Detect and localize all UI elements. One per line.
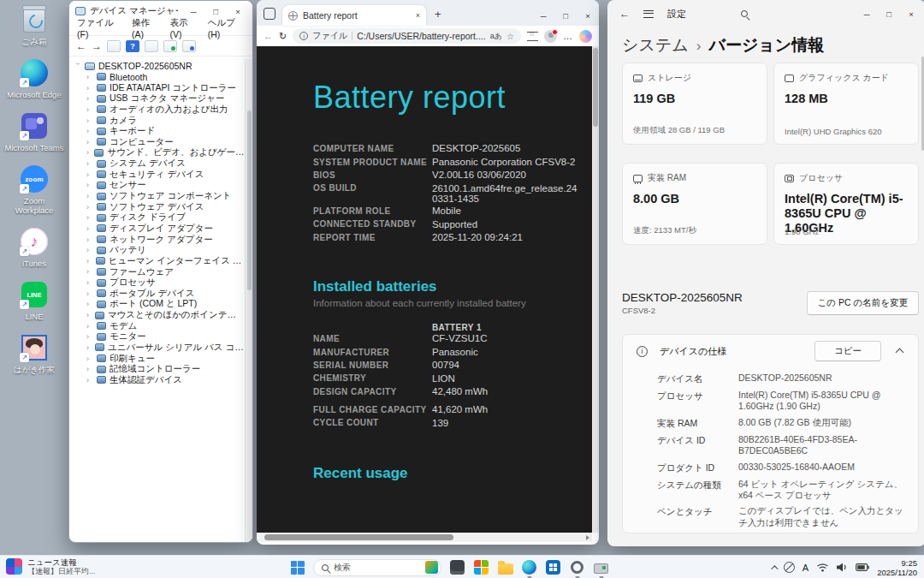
desktop-icon-itunes[interactable]: ♪↗ iTunes [3, 227, 65, 268]
maximize-button[interactable]: □ [204, 7, 227, 16]
menu-item[interactable]: 表示(V) [169, 17, 197, 39]
expander-icon[interactable] [86, 366, 93, 372]
taskbar-app-device-manager[interactable] [593, 559, 609, 575]
device-tree-item[interactable]: ディスプレイ アダプター [69, 223, 245, 235]
collections-icon[interactable] [527, 32, 538, 41]
taskbar-clock[interactable]: 9:25 2025/11/20 [877, 558, 917, 577]
device-tree-root[interactable]: DESKTOP-2025605NR [69, 61, 245, 72]
device-tree-item[interactable]: マウスとそのほかのポインティング デバイス [69, 310, 245, 321]
desktop-icon-teams[interactable]: ↗ Microsoft Teams [3, 111, 65, 152]
device-tree-item[interactable]: USB コネクタ マネージャー [69, 93, 245, 104]
taskbar-app-m365[interactable] [473, 559, 489, 575]
translate-icon[interactable]: aあ [490, 31, 502, 42]
minimize-button[interactable]: ─ [532, 11, 554, 21]
expander-icon[interactable] [86, 323, 93, 330]
expander-icon[interactable] [86, 290, 93, 297]
desktop-icon-recycle-bin[interactable]: ごみ箱 [3, 5, 65, 46]
expander-icon[interactable] [86, 247, 93, 253]
device-tree-item[interactable]: IDE ATA/ATAPI コントローラー [69, 82, 245, 93]
expander-icon[interactable] [86, 214, 93, 221]
expander-icon[interactable] [86, 258, 92, 265]
taskbar-app-edge[interactable] [521, 559, 537, 575]
hamburger-menu-icon[interactable] [643, 10, 654, 18]
expander-icon[interactable] [86, 160, 93, 167]
expander-icon[interactable] [86, 74, 93, 80]
favorite-star-icon[interactable]: ☆ [506, 32, 514, 41]
expander-icon[interactable] [86, 225, 93, 232]
expander-icon[interactable] [86, 377, 93, 384]
scrollbar-thumb[interactable] [264, 534, 453, 540]
forward-icon[interactable]: → [92, 40, 102, 52]
expander-icon[interactable] [86, 182, 93, 188]
device-tree-item[interactable]: 記憶域コントローラー [69, 364, 245, 375]
expander-icon[interactable] [86, 333, 93, 340]
expander-icon[interactable] [86, 279, 93, 286]
device-manager-scrollbar[interactable] [245, 59, 252, 542]
menu-item[interactable]: 操作(A) [132, 17, 159, 39]
address-url[interactable]: C:/Users/USER/battery-report.... [357, 31, 486, 41]
close-button[interactable]: × [227, 7, 249, 16]
rename-pc-button[interactable]: この PC の名前を変更 [807, 291, 919, 315]
minimize-button[interactable]: ─ [182, 7, 204, 16]
maximize-button[interactable]: □ [878, 9, 900, 19]
expander-icon[interactable] [86, 95, 93, 102]
expander-icon[interactable] [86, 106, 93, 113]
device-tree-item[interactable]: オーディオの入力および出力 [69, 104, 245, 116]
maximize-button[interactable]: □ [554, 11, 577, 21]
desktop-icon-hagaki[interactable]: ↗ はがき作家 [3, 333, 65, 374]
minimize-button[interactable]: ─ [856, 9, 878, 19]
expander-icon[interactable] [86, 204, 93, 211]
device-tree-item[interactable]: システム デバイス [69, 158, 245, 170]
refresh-icon[interactable]: ↻ [279, 31, 287, 42]
expander-icon[interactable] [86, 85, 93, 92]
device-tree-item[interactable]: カメラ [69, 115, 245, 126]
page-info-icon[interactable]: i [299, 32, 308, 40]
scrollbar-thumb[interactable] [593, 48, 598, 127]
device-tree-item[interactable]: ファームウェア [69, 266, 245, 277]
page-horizontal-scrollbar[interactable] [257, 533, 592, 542]
device-tree-item[interactable]: Bluetooth [69, 72, 245, 83]
back-icon[interactable]: ← [619, 8, 630, 20]
expander-icon[interactable] [86, 171, 93, 178]
menu-item[interactable]: ファイル(F) [77, 17, 121, 39]
device-tree-item[interactable]: モデム [69, 320, 245, 331]
taskbar-app-settings[interactable] [569, 559, 585, 575]
ime-mode-indicator[interactable]: A [803, 563, 808, 573]
menu-item[interactable]: ヘルプ(H) [208, 17, 245, 39]
scroll-right-arrow[interactable] [586, 535, 589, 540]
device-tree-item[interactable]: ソフトウェア コンポーネント [69, 191, 245, 202]
device-tree-item[interactable]: ネットワーク アダプター [69, 234, 245, 245]
widgets-button[interactable]: ニュース速報 【速報】日経平均... [6, 557, 96, 575]
update-driver-icon[interactable] [182, 40, 196, 52]
device-tree-item[interactable]: プロセッサ [69, 277, 245, 289]
volume-icon[interactable] [837, 563, 848, 572]
expander-icon[interactable] [86, 149, 91, 156]
copy-button[interactable]: コピー [814, 341, 881, 361]
address-bar[interactable]: i ファイル C:/Users/USER/battery-report.... … [293, 28, 521, 44]
browser-tab[interactable]: Battery report × [282, 5, 426, 26]
device-tree-item[interactable]: モニター [69, 331, 245, 343]
expander-icon[interactable] [86, 236, 93, 243]
device-tree-item[interactable]: ディスク ドライブ [69, 212, 245, 223]
back-icon[interactable]: ← [76, 40, 86, 52]
chevron-up-icon[interactable] [896, 349, 904, 357]
desktop-icon-zoom[interactable]: zoom↗ Zoom Workplace [3, 164, 65, 215]
tab-actions-icon[interactable] [264, 8, 275, 20]
device-tree-item[interactable]: サウンド、ビデオ、およびゲーム コントローラー [69, 147, 245, 158]
device-tree-item[interactable]: ポータブル デバイス [69, 288, 245, 299]
search-icon[interactable] [741, 10, 748, 17]
hidden-icons-chevron[interactable] [771, 565, 778, 572]
list-view-icon[interactable] [145, 40, 158, 52]
device-tree-item[interactable]: センサー [69, 180, 245, 191]
battery-icon[interactable] [856, 563, 869, 571]
device-tree-item[interactable]: ソフトウェア デバイス [69, 201, 245, 212]
help-icon[interactable]: ? [126, 40, 139, 52]
more-menu-icon[interactable]: … [563, 31, 573, 41]
expander-icon[interactable] [86, 193, 93, 200]
expander-icon[interactable] [86, 312, 92, 319]
scrollbar-thumb[interactable] [247, 110, 252, 290]
device-tree-item[interactable]: セキュリティ デバイス [69, 169, 245, 180]
device-tree-item[interactable]: キーボード [69, 126, 245, 137]
taskbar-app-dark[interactable] [449, 559, 465, 575]
properties-icon[interactable] [107, 40, 121, 52]
